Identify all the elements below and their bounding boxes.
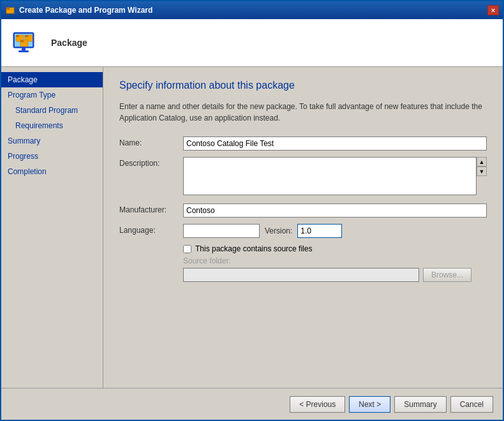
wizard-window: Create Package and Program Wizard × Pack… (0, 0, 504, 421)
sidebar-item-summary[interactable]: Summary (1, 133, 103, 149)
summary-button[interactable]: Summary (394, 396, 446, 413)
title-bar-text: Create Package and Program Wizard (19, 6, 152, 15)
language-version-group: Version: (183, 224, 342, 238)
source-files-label: This package contains source files (195, 244, 312, 253)
source-folder-label: Source folder: (183, 256, 487, 265)
browse-button[interactable]: Browse... (423, 268, 471, 282)
close-button[interactable]: × (487, 5, 499, 15)
cancel-button[interactable]: Cancel (450, 396, 493, 413)
version-label: Version: (265, 226, 292, 235)
manufacturer-row: Manufacturer: (119, 203, 487, 218)
sidebar-item-program-type[interactable]: Program Type (1, 87, 103, 103)
description-label: Description: (119, 157, 183, 168)
name-input[interactable] (183, 137, 487, 151)
svg-rect-12 (19, 50, 29, 52)
next-button[interactable]: Next > (349, 396, 390, 413)
source-folder-input[interactable] (183, 268, 419, 282)
header-title: Package (51, 38, 87, 48)
scroll-up-btn[interactable]: ▲ (477, 158, 486, 166)
language-input[interactable] (183, 224, 260, 238)
sidebar-item-requirements[interactable]: Requirements (1, 118, 103, 133)
title-bar: Create Package and Program Wizard × (1, 1, 503, 19)
manufacturer-input[interactable] (183, 203, 487, 218)
version-input[interactable] (297, 224, 342, 238)
svg-rect-1 (6, 8, 10, 10)
sidebar-item-completion[interactable]: Completion (1, 164, 103, 179)
svg-rect-6 (16, 35, 19, 37)
language-label: Language: (119, 224, 183, 235)
scroll-down-btn[interactable]: ▼ (477, 166, 486, 175)
main-content: Specify information about this package E… (103, 67, 503, 388)
svg-rect-11 (22, 48, 26, 50)
source-files-checkbox[interactable] (183, 245, 191, 253)
sidebar: Package Program Type Standard Program Re… (1, 67, 103, 388)
source-folder-section: Source folder: Browse... (183, 256, 487, 282)
footer: < Previous Next > Summary Cancel (1, 388, 503, 420)
source-files-checkbox-row: This package contains source files (183, 244, 487, 253)
description-input[interactable] (183, 157, 477, 195)
content-area: Package Program Type Standard Program Re… (1, 67, 503, 388)
name-label: Name: (119, 137, 183, 147)
description-wrapper (183, 157, 477, 197)
svg-rect-8 (25, 35, 28, 37)
description-text: Enter a name and other details for the n… (119, 101, 487, 124)
source-folder-row: Browse... (183, 268, 487, 282)
header-panel: Package (1, 19, 503, 67)
package-icon (11, 27, 41, 58)
description-row: Description: ▲ ▼ (119, 157, 487, 197)
title-bar-icon (5, 5, 15, 15)
prev-button[interactable]: < Previous (290, 396, 345, 413)
svg-rect-2 (8, 10, 13, 10)
name-row: Name: (119, 137, 487, 151)
sidebar-item-package[interactable]: Package (1, 72, 103, 87)
sidebar-item-progress[interactable]: Progress (1, 149, 103, 164)
sidebar-item-standard-program[interactable]: Standard Program (1, 103, 103, 118)
manufacturer-label: Manufacturer: (119, 203, 183, 214)
language-version-row: Language: Version: (119, 224, 487, 238)
svg-rect-10 (20, 40, 24, 42)
title-bar-left: Create Package and Program Wizard (5, 5, 152, 15)
page-title: Specify information about this package (119, 80, 487, 91)
